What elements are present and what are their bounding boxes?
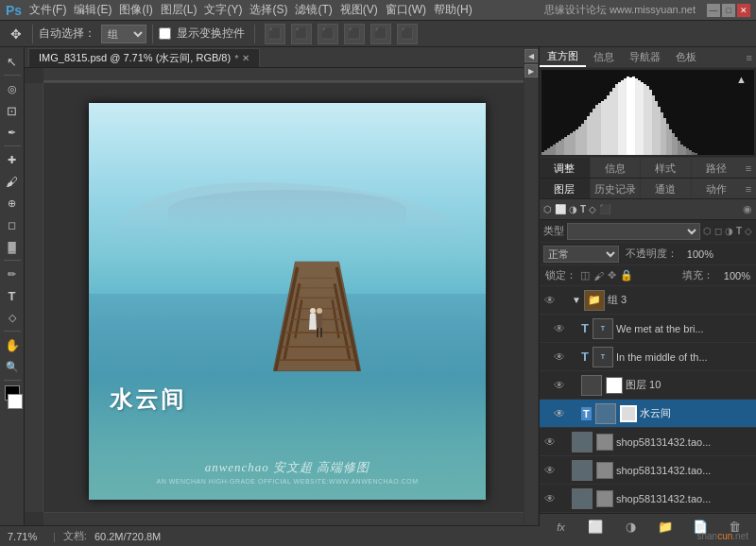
layer-shuiyunjian[interactable]: 👁 T 水云间: [540, 400, 756, 428]
align-top-button[interactable]: ⬛: [344, 24, 365, 44]
menu-filter[interactable]: 滤镜(T): [295, 2, 332, 18]
lock-position-icon[interactable]: ✥: [608, 269, 616, 282]
align-right-button[interactable]: ⬛: [318, 24, 338, 44]
background-color[interactable]: [8, 394, 23, 409]
filter-pixel-icon[interactable]: ⬜: [555, 204, 566, 214]
horizontal-scrollbar[interactable]: [43, 512, 524, 525]
histogram-tab-info[interactable]: 信息: [586, 48, 622, 66]
menu-view[interactable]: 视图(V): [340, 2, 378, 18]
document-tab[interactable]: IMG_8315.psd @ 7.71% (水云间, RGB/8) * ✕: [28, 48, 260, 67]
zoom-tool[interactable]: 🔍: [2, 356, 23, 377]
auto-select-dropdown[interactable]: 组 图层: [101, 25, 146, 43]
layers-tab-active[interactable]: 图层: [540, 179, 591, 198]
histogram-tab-swatch[interactable]: 色板: [668, 48, 704, 66]
layers-tab-history[interactable]: 历史记录: [591, 179, 642, 198]
lasso-tool[interactable]: ◎: [2, 78, 23, 99]
crop-tool[interactable]: ⊡: [2, 100, 23, 121]
menu-help[interactable]: 帮助(H): [434, 2, 472, 18]
text-tool[interactable]: T: [2, 285, 23, 306]
hand-tool[interactable]: ✋: [2, 334, 23, 355]
selection-tool[interactable]: ↖: [2, 51, 23, 72]
collapse-panel-button[interactable]: ◀: [524, 49, 538, 62]
layer-eye-wemet[interactable]: 👁: [553, 322, 566, 335]
layer-eye-syj[interactable]: 👁: [553, 407, 566, 420]
layers-tab-actions[interactable]: 动作: [692, 179, 742, 198]
menu-layer[interactable]: 图层(L): [161, 2, 198, 18]
expand-panel-button[interactable]: ▶: [524, 64, 538, 77]
filter-icon-4[interactable]: T: [736, 226, 742, 236]
layer-eye-inthe[interactable]: 👁: [553, 350, 566, 364]
layer-eye-shop3[interactable]: 👁: [543, 492, 557, 505]
lock-transparent-icon[interactable]: ◫: [580, 269, 590, 282]
gradient-tool[interactable]: ▓: [2, 236, 23, 257]
layer-10[interactable]: 👁 图层 10: [540, 371, 756, 400]
filter-smart-icon[interactable]: ⬛: [599, 204, 610, 214]
layer-text-wemet[interactable]: 👁 T T We met at the bri...: [540, 315, 756, 343]
forum-link[interactable]: 思缘设计论坛 www.missyuan.net: [544, 3, 696, 17]
maximize-button[interactable]: □: [722, 4, 735, 17]
menu-window[interactable]: 窗口(W): [386, 2, 426, 18]
filter-type-dropdown[interactable]: [567, 223, 700, 240]
adjust-tab-info[interactable]: 信息: [591, 158, 642, 178]
adjust-menu-icon[interactable]: ≡: [741, 158, 756, 178]
layer-adjustment-button[interactable]: ◑: [620, 517, 641, 537]
adjust-tab-path[interactable]: 路径: [692, 158, 742, 178]
filter-adjust-icon[interactable]: ◑: [569, 204, 577, 214]
menu-image[interactable]: 图像(I): [119, 2, 152, 18]
eyedropper-tool[interactable]: ✒: [2, 122, 23, 143]
histogram-tab-nav[interactable]: 导航器: [622, 48, 668, 66]
menu-file[interactable]: 文件(F): [29, 2, 66, 18]
histogram-tab-active[interactable]: 直方图: [540, 47, 586, 67]
lock-all-icon[interactable]: 🔒: [620, 269, 633, 282]
filter-kind-icon[interactable]: ⬡: [543, 204, 552, 214]
menu-select[interactable]: 选择(S): [249, 2, 287, 18]
layer-group-button[interactable]: 📁: [655, 517, 676, 537]
move-tool-icon[interactable]: ✥: [6, 24, 26, 44]
show-transform-checkbox[interactable]: [159, 27, 171, 40]
filter-icon-2[interactable]: ◻: [714, 226, 722, 236]
layer-eye-shop1[interactable]: 👁: [543, 435, 557, 449]
fill-value[interactable]: 100%: [717, 270, 750, 282]
minimize-button[interactable]: —: [707, 4, 720, 17]
canvas-viewport[interactable]: 水云间 anwenchao 安文超 高端修图 AN WENCHAN HIGH-G…: [25, 68, 524, 525]
clone-tool[interactable]: ⊕: [2, 193, 23, 213]
close-button[interactable]: ✕: [737, 4, 750, 17]
layer-mask-button[interactable]: ⬜: [585, 517, 606, 537]
opacity-value[interactable]: 100%: [680, 248, 713, 260]
layer-group-3[interactable]: 👁 ▼ 📁 组 3: [540, 286, 756, 315]
filter-icon-1[interactable]: ⬡: [703, 226, 712, 236]
layers-tab-channels[interactable]: 通道: [641, 179, 692, 198]
pen-tool[interactable]: ✏: [2, 264, 23, 284]
filter-icon-5[interactable]: ◇: [745, 226, 752, 236]
align-left-button[interactable]: ⬛: [265, 24, 285, 44]
menu-text[interactable]: 文字(Y): [204, 2, 242, 18]
layer-shop-2[interactable]: 👁 shop58131432.tao...: [540, 456, 756, 485]
lock-paint-icon[interactable]: 🖌: [593, 270, 604, 282]
eraser-tool[interactable]: ◻: [2, 214, 23, 235]
heal-tool[interactable]: ✚: [2, 149, 23, 170]
blend-mode-dropdown[interactable]: 正常: [543, 246, 619, 263]
filter-icon-3[interactable]: ◑: [725, 226, 733, 236]
histogram-menu-icon[interactable]: ≡: [747, 52, 752, 63]
layers-toggle-icon[interactable]: ◉: [743, 203, 752, 215]
menu-edit[interactable]: 编辑(E): [74, 2, 112, 18]
brush-tool[interactable]: 🖌: [2, 171, 23, 192]
layer-eye-group3[interactable]: 👁: [543, 294, 557, 307]
layer-text-inthe[interactable]: 👁 T T In the middle of th...: [540, 343, 756, 371]
align-center-button[interactable]: ⬛: [291, 24, 312, 44]
align-mid-button[interactable]: ⬛: [370, 24, 391, 44]
layer-expand-group3[interactable]: ▼: [572, 295, 581, 305]
layer-shop-1[interactable]: 👁 shop58131432.tao...: [540, 428, 756, 456]
tab-close-icon[interactable]: ✕: [242, 53, 249, 63]
layer-fx-button[interactable]: fx: [550, 517, 571, 537]
layer-eye-shop2[interactable]: 👁: [543, 464, 557, 477]
path-tool[interactable]: ◇: [2, 307, 23, 328]
layer-eye-10[interactable]: 👁: [553, 379, 566, 392]
filter-vector-icon[interactable]: ◇: [589, 204, 596, 214]
adjust-tab-active[interactable]: 调整: [540, 158, 591, 178]
filter-text-icon[interactable]: T: [580, 204, 586, 214]
layers-menu-icon[interactable]: ≡: [741, 179, 756, 198]
adjust-tab-style[interactable]: 样式: [641, 158, 692, 178]
layer-shop-3[interactable]: 👁 shop58131432.tao...: [540, 485, 756, 513]
align-bottom-button[interactable]: ⬛: [397, 24, 418, 44]
